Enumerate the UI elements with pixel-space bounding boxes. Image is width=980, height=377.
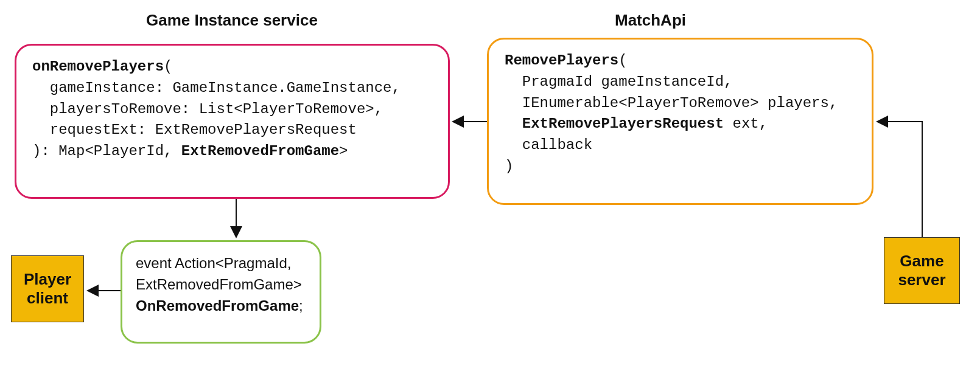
title-matchapi: MatchApi xyxy=(615,11,686,30)
title-game-instance-service: Game Instance service xyxy=(146,11,318,30)
node-on-remove-players: onRemovePlayers( gameInstance: GameInsta… xyxy=(15,44,450,199)
arrow-game-server-to-matchapi xyxy=(878,122,922,237)
code-remove-players: RemovePlayers( PragmaId gameInstanceId, … xyxy=(505,50,856,178)
node-game-server: Game server xyxy=(884,237,960,304)
node-player-client: Player client xyxy=(11,255,84,322)
node-on-removed-from-game: event Action<PragmaId, ExtRemovedFromGam… xyxy=(121,240,321,344)
node-remove-players: RemovePlayers( PragmaId gameInstanceId, … xyxy=(487,38,873,205)
diagram-canvas: Game Instance service MatchApi onRemoveP… xyxy=(0,0,980,377)
code-on-remove-players: onRemovePlayers( gameInstance: GameInsta… xyxy=(32,57,432,162)
code-on-removed-from-game: event Action<PragmaId, ExtRemovedFromGam… xyxy=(136,253,306,316)
